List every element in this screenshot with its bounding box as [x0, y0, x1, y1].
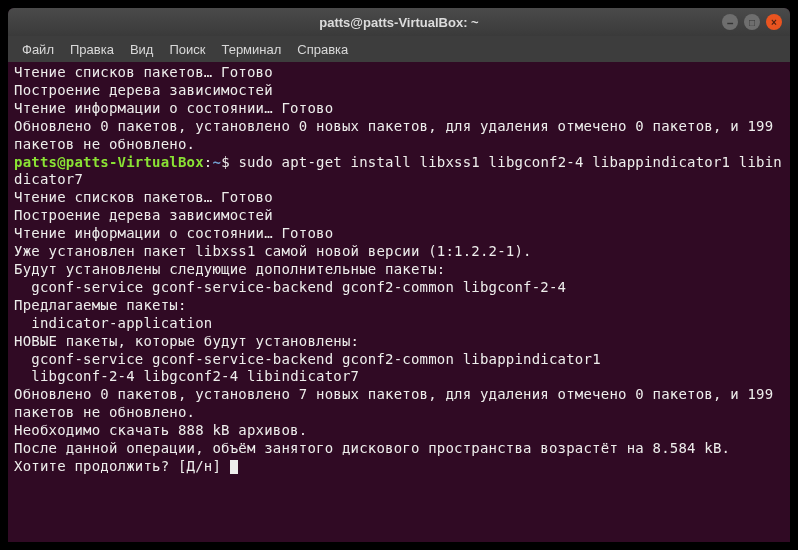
output-line: gconf-service gconf-service-backend gcon…: [14, 279, 566, 295]
output-line: gconf-service gconf-service-backend gcon…: [14, 351, 601, 367]
menu-edit[interactable]: Правка: [64, 40, 120, 59]
window-controls: ‒ □ ×: [722, 14, 782, 30]
output-line: Хотите продолжить? [Д/н]: [14, 458, 230, 474]
output-line: Чтение информации о состоянии… Готово: [14, 225, 333, 241]
titlebar: patts@patts-VirtualBox: ~ ‒ □ ×: [8, 8, 790, 36]
output-line: НОВЫЕ пакеты, которые будут установлены:: [14, 333, 359, 349]
output-line: Чтение информации о состоянии… Готово: [14, 100, 333, 116]
output-line: Уже установлен пакет libxss1 самой новой…: [14, 243, 532, 259]
output-line: Необходимо скачать 888 kB архивов.: [14, 422, 307, 438]
close-button[interactable]: ×: [766, 14, 782, 30]
output-line: Построение дерева зависимостей: [14, 207, 273, 223]
output-line: Предлагаемые пакеты:: [14, 297, 187, 313]
output-line: Чтение списков пакетов… Готово: [14, 64, 273, 80]
menu-view[interactable]: Вид: [124, 40, 160, 59]
cursor: [230, 460, 238, 474]
output-line: indicator-application: [14, 315, 212, 331]
window-title: patts@patts-VirtualBox: ~: [319, 15, 478, 30]
menu-help[interactable]: Справка: [291, 40, 354, 59]
prompt-path: ~: [212, 154, 221, 170]
menubar: Файл Правка Вид Поиск Терминал Справка: [8, 36, 790, 62]
minimize-button[interactable]: ‒: [722, 14, 738, 30]
output-line: libgconf-2-4 libgconf2-4 libindicator7: [14, 368, 359, 384]
output-line: Построение дерева зависимостей: [14, 82, 273, 98]
terminal-area[interactable]: Чтение списков пакетов… Готово Построени…: [8, 62, 790, 542]
prompt-dollar: $: [221, 154, 238, 170]
menu-file[interactable]: Файл: [16, 40, 60, 59]
prompt-user: patts@patts-VirtualBox: [14, 154, 204, 170]
terminal-window: patts@patts-VirtualBox: ~ ‒ □ × Файл Пра…: [8, 8, 790, 542]
output-line: Будут установлены следующие дополнительн…: [14, 261, 445, 277]
output-line: Обновлено 0 пакетов, установлено 0 новых…: [14, 118, 782, 152]
menu-terminal[interactable]: Терминал: [215, 40, 287, 59]
output-line: Чтение списков пакетов… Готово: [14, 189, 273, 205]
output-line: Обновлено 0 пакетов, установлено 7 новых…: [14, 386, 782, 420]
menu-search[interactable]: Поиск: [163, 40, 211, 59]
maximize-button[interactable]: □: [744, 14, 760, 30]
output-line: После данной операции, объём занятого ди…: [14, 440, 730, 456]
